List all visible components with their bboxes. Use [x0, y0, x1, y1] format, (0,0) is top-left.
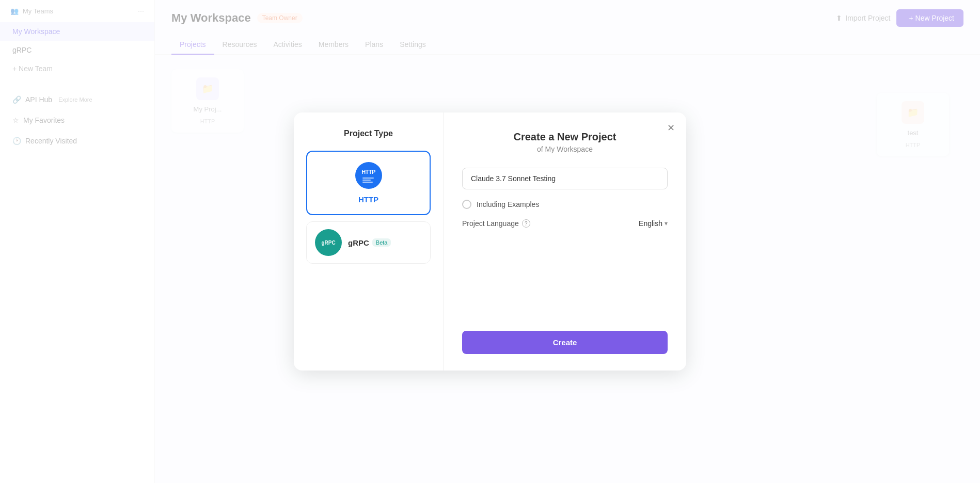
grpc-label: gRPC [348, 238, 369, 247]
modal-title: Create a New Project [462, 131, 668, 143]
beta-badge: Beta [372, 238, 391, 247]
http-icon-text: HTTP [361, 169, 375, 175]
including-examples-row: Including Examples [462, 200, 668, 209]
modal-left-panel: Project Type HTTP [294, 112, 444, 371]
project-type-title: Project Type [306, 129, 431, 138]
http-label: HTTP [358, 195, 378, 204]
http-lines [362, 178, 374, 183]
including-examples-label: Including Examples [477, 200, 539, 208]
project-language-label: Project Language ? [462, 219, 530, 228]
modal-overlay: ✕ Project Type HTTP [155, 0, 980, 483]
main-content: My Workspace Team Owner ⬆ Import Project… [155, 0, 980, 483]
language-select[interactable]: English ▾ [639, 219, 668, 228]
grpc-icon: gRPC [315, 229, 342, 256]
help-text: ? [525, 221, 528, 227]
including-examples-checkbox[interactable] [462, 200, 471, 209]
language-selected-text: English [639, 219, 662, 228]
create-button-label: Create [553, 338, 577, 347]
http-icon: HTTP [355, 162, 382, 189]
modal-subtitle: of My Workspace [462, 145, 668, 153]
create-button[interactable]: Create [462, 331, 668, 354]
http-type-card[interactable]: HTTP HTTP [306, 151, 431, 215]
project-language-text: Project Language [462, 219, 519, 228]
close-icon: ✕ [667, 122, 675, 134]
project-name-group [462, 168, 668, 189]
language-help-icon[interactable]: ? [522, 219, 530, 228]
grpc-icon-text: gRPC [321, 240, 335, 246]
project-language-row: Project Language ? English ▾ [462, 219, 668, 228]
language-chevron-icon: ▾ [665, 220, 668, 227]
modal-right-panel: Create a New Project of My Workspace Inc… [444, 112, 686, 371]
modal-close-button[interactable]: ✕ [663, 121, 678, 135]
grpc-type-card[interactable]: gRPC gRPC Beta [306, 221, 431, 264]
create-project-modal: ✕ Project Type HTTP [294, 112, 686, 371]
project-name-input[interactable] [462, 168, 668, 189]
